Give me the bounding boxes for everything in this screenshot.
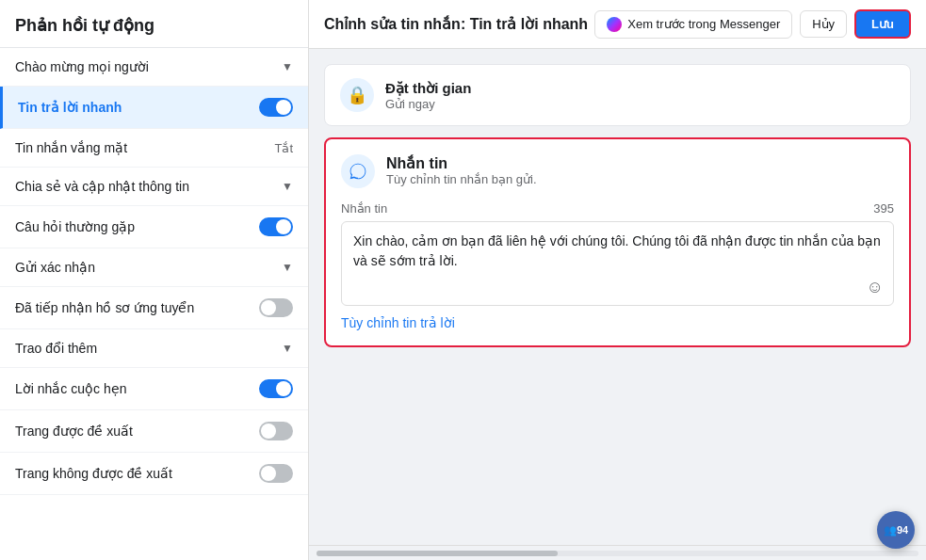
- sidebar-item-trao-doi[interactable]: Trao đổi thêm ▼: [0, 329, 308, 368]
- toggle-tin-tra-loi[interactable]: [259, 98, 293, 117]
- sidebar-item-cau-hoi[interactable]: Câu hỏi thường gặp: [0, 206, 308, 248]
- sidebar-item-label-trang-khong: Trang không được đề xuất: [15, 466, 172, 481]
- sidebar-item-label-tin-nhan-vang: Tin nhắn vắng mặt: [15, 140, 127, 155]
- toggle-loi-nhac[interactable]: [259, 379, 293, 398]
- sidebar-item-label-loi-nhac: Lời nhắc cuộc hẹn: [15, 381, 127, 396]
- sidebar-item-gui-xac-nhan[interactable]: Gửi xác nhận ▼: [0, 248, 308, 287]
- message-icon: [341, 154, 375, 188]
- message-title: Nhắn tin: [386, 154, 537, 172]
- sidebar-item-label-gui-xac-nhan: Gửi xác nhận: [15, 260, 95, 275]
- sidebar-title: Phản hồi tự động: [0, 0, 308, 48]
- message-content: Xin chào, cảm ơn bạn đã liên hệ với chún…: [353, 232, 882, 271]
- schedule-icon: 🔒: [340, 78, 374, 112]
- message-header-text: Nhắn tin Tùy chỉnh tin nhắn bạn gửi.: [386, 154, 537, 186]
- sidebar-item-label-chia-se: Chia sẻ và cập nhật thông tin: [15, 179, 189, 194]
- sidebar-item-label-trao-doi: Trao đổi thêm: [15, 341, 97, 356]
- sidebar-item-tin-tra-loi[interactable]: Tin trả lời nhanh: [0, 87, 308, 129]
- chevron-icon-trao-doi: ▼: [282, 342, 293, 355]
- emoji-icon[interactable]: ☺: [867, 278, 884, 297]
- sidebar-item-trang-khong[interactable]: Trang không được đề xuất: [0, 453, 308, 495]
- schedule-subtitle: Gửi ngay: [385, 97, 471, 111]
- sidebar-item-label-trang-de-xuat: Trang được đề xuất: [15, 424, 133, 439]
- message-textarea-wrapper[interactable]: Xin chào, cảm ơn bạn đã liên hệ với chún…: [341, 221, 894, 306]
- chevron-icon-gui-xac: ▼: [282, 261, 293, 274]
- messenger-icon: [607, 17, 622, 32]
- sidebar-item-chao-mung[interactable]: Chào mừng mọi người ▼: [0, 48, 308, 87]
- content-area: 🔒 Đặt thời gian Gửi ngay Nhắn tin Tùy ch…: [309, 49, 926, 545]
- sidebar-item-label-cau-hoi: Câu hỏi thường gặp: [15, 219, 135, 234]
- sidebar: Phản hồi tự động Chào mừng mọi người ▼ T…: [0, 0, 309, 560]
- sidebar-item-da-tiep-nhan[interactable]: Đã tiếp nhận hồ sơ ứng tuyển: [0, 287, 308, 329]
- preview-button[interactable]: Xem trước trong Messenger: [594, 10, 792, 39]
- preview-button-label: Xem trước trong Messenger: [627, 17, 780, 31]
- sidebar-item-tin-nhan-vang[interactable]: Tin nhắn vắng mặt Tắt: [0, 129, 308, 168]
- people-icon: 👥: [884, 524, 897, 536]
- toggle-trang-khong[interactable]: [259, 464, 293, 483]
- scroll-thumb[interactable]: [317, 551, 558, 556]
- header-actions: Xem trước trong Messenger Hủy Lưu: [594, 9, 911, 39]
- schedule-card: 🔒 Đặt thời gian Gửi ngay: [324, 64, 911, 126]
- toggle-da-tiep-nhan[interactable]: [259, 298, 293, 317]
- main-panel: Chỉnh sửa tin nhắn: Tin trả lời nhanh Xe…: [309, 0, 926, 560]
- scroll-track[interactable]: [317, 551, 918, 556]
- message-label: Nhắn tin: [341, 201, 387, 216]
- sidebar-item-label-chao-mung: Chào mừng mọi người: [15, 59, 149, 74]
- message-count: 395: [873, 201, 894, 216]
- header: Chỉnh sửa tin nhắn: Tin trả lời nhanh Xe…: [309, 0, 926, 49]
- badge-count: 94: [897, 524, 908, 536]
- message-card-header: Nhắn tin Tùy chỉnh tin nhắn bạn gửi.: [341, 154, 894, 188]
- chevron-icon-chia-se: ▼: [282, 180, 293, 193]
- sidebar-item-label-tin-tra-loi: Tin trả lời nhanh: [18, 100, 122, 115]
- header-title: Chỉnh sửa tin nhắn: Tin trả lời nhanh: [324, 15, 588, 33]
- sidebar-item-chia-se[interactable]: Chia sẻ và cập nhật thông tin ▼: [0, 168, 308, 206]
- sidebar-item-loi-nhac[interactable]: Lời nhắc cuộc hẹn: [0, 368, 308, 410]
- cancel-button[interactable]: Hủy: [800, 10, 847, 38]
- toggle-trang-de-xuat[interactable]: [259, 422, 293, 440]
- people-badge[interactable]: 👥 94: [877, 511, 915, 549]
- bottom-scrollbar[interactable]: [309, 545, 926, 560]
- sidebar-item-label-da-tiep-nhan: Đã tiếp nhận hồ sơ ứng tuyển: [15, 300, 194, 315]
- sidebar-item-trang-de-xuat[interactable]: Trang được đề xuất: [0, 410, 308, 453]
- message-box-label-row: Nhắn tin 395: [341, 201, 894, 216]
- message-card: Nhắn tin Tùy chỉnh tin nhắn bạn gửi. Nhắ…: [324, 137, 911, 347]
- chevron-icon: ▼: [282, 60, 293, 73]
- schedule-text: Đặt thời gian Gửi ngay: [385, 80, 471, 111]
- tin-nhan-vang-status: Tắt: [274, 141, 293, 155]
- save-button[interactable]: Lưu: [854, 9, 911, 39]
- message-subtitle: Tùy chỉnh tin nhắn bạn gửi.: [386, 172, 537, 186]
- schedule-title: Đặt thời gian: [385, 80, 471, 97]
- customize-link[interactable]: Tùy chỉnh tin trả lời: [341, 315, 894, 330]
- toggle-cau-hoi[interactable]: [259, 217, 293, 236]
